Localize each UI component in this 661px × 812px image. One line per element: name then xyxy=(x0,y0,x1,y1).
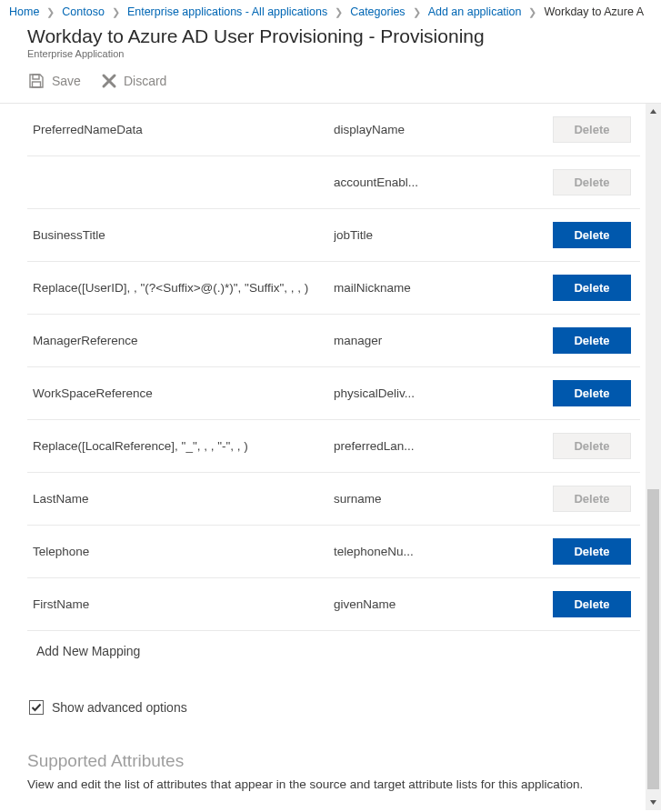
chevron-icon: ❯ xyxy=(106,6,125,18)
delete-button: Delete xyxy=(553,169,631,195)
table-row[interactable]: BusinessTitlejobTitleDelete xyxy=(27,209,640,262)
delete-button[interactable]: Delete xyxy=(553,591,631,617)
scrollbar-thumb[interactable] xyxy=(647,489,659,789)
close-icon xyxy=(101,73,117,89)
scrollbar[interactable] xyxy=(646,104,661,810)
mapping-target: accountEnabl... xyxy=(334,156,493,209)
add-new-mapping-link[interactable]: Add New Mapping xyxy=(27,631,640,675)
mapping-action-cell: Delete xyxy=(493,367,640,420)
mapping-action-cell: Delete xyxy=(493,156,640,209)
mapping-source xyxy=(27,156,334,209)
mapping-target: givenName xyxy=(334,578,493,631)
page-subtitle: Enterprise Application xyxy=(27,48,634,59)
show-advanced-row: Show advanced options xyxy=(27,675,640,724)
mapping-action-cell: Delete xyxy=(493,420,640,473)
chevron-icon: ❯ xyxy=(523,6,542,18)
page-header: Workday to Azure AD User Provisioning - … xyxy=(0,22,661,59)
breadcrumb-item[interactable]: Enterprise applications - All applicatio… xyxy=(125,5,329,18)
chevron-icon: ❯ xyxy=(407,6,426,18)
supported-attributes-desc: View and edit the list of attributes tha… xyxy=(27,771,591,793)
mapping-source: ManagerReference xyxy=(27,315,334,367)
show-advanced-label: Show advanced options xyxy=(52,700,187,715)
mapping-source: FirstName xyxy=(27,578,334,631)
mapping-action-cell: Delete xyxy=(493,315,640,367)
delete-button[interactable]: Delete xyxy=(553,538,631,565)
mapping-target: surname xyxy=(334,473,493,526)
attribute-list-links: Edit attribute list for Azure Active Dir… xyxy=(27,793,640,810)
content-pane: PreferredNameDatadisplayNameDeleteaccoun… xyxy=(0,103,661,810)
mapping-source: Replace([LocalReference], "_", , , "-", … xyxy=(27,420,334,473)
delete-button[interactable]: Delete xyxy=(553,380,631,406)
table-row[interactable]: LastNamesurnameDelete xyxy=(27,473,640,526)
delete-button[interactable]: Delete xyxy=(553,275,631,301)
table-row[interactable]: WorkSpaceReferencephysicalDeliv...Delete xyxy=(27,367,640,420)
chevron-icon: ❯ xyxy=(329,6,348,18)
toolbar: Save Discard xyxy=(0,59,661,99)
mapping-source: WorkSpaceReference xyxy=(27,367,334,420)
check-icon xyxy=(31,702,42,713)
breadcrumb-item[interactable]: Add an application xyxy=(426,5,524,18)
svg-marker-4 xyxy=(650,109,656,114)
table-row[interactable]: TelephonetelephoneNu...Delete xyxy=(27,526,640,578)
mapping-action-cell: Delete xyxy=(493,104,640,156)
supported-attributes-title: Supported Attributes xyxy=(27,724,640,771)
mapping-source: LastName xyxy=(27,473,334,526)
scroll-down-arrow-icon[interactable] xyxy=(646,795,661,810)
table-row[interactable]: PreferredNameDatadisplayNameDelete xyxy=(27,104,640,156)
svg-rect-1 xyxy=(33,82,41,87)
table-row[interactable]: FirstNamegivenNameDelete xyxy=(27,578,640,631)
page-title: Workday to Azure AD User Provisioning - … xyxy=(27,25,634,47)
breadcrumb-item[interactable]: Home xyxy=(7,5,41,18)
breadcrumb-item[interactable]: Contoso xyxy=(60,5,106,18)
table-row[interactable]: accountEnabl...Delete xyxy=(27,156,640,209)
mapping-action-cell: Delete xyxy=(493,473,640,526)
chevron-icon: ❯ xyxy=(41,6,60,18)
delete-button[interactable]: Delete xyxy=(553,222,631,248)
mapping-source: Replace([UserID], , "(?<Suffix>@(.)*)", … xyxy=(27,262,334,315)
mapping-source: BusinessTitle xyxy=(27,209,334,262)
mapping-source: Telephone xyxy=(27,526,334,578)
breadcrumb: Home ❯ Contoso ❯ Enterprise applications… xyxy=(0,0,661,22)
table-row[interactable]: Replace([UserID], , "(?<Suffix>@(.)*)", … xyxy=(27,262,640,315)
discard-button[interactable]: Discard xyxy=(101,73,166,89)
save-label: Save xyxy=(52,74,81,88)
mapping-target: displayName xyxy=(334,104,493,156)
mapping-action-cell: Delete xyxy=(493,262,640,315)
breadcrumb-current: Workday to Azure A xyxy=(542,5,646,18)
mapping-target: telephoneNu... xyxy=(334,526,493,578)
mapping-target: physicalDeliv... xyxy=(334,367,493,420)
mapping-target: preferredLan... xyxy=(334,420,493,473)
breadcrumb-item[interactable]: Categories xyxy=(348,5,406,18)
table-row[interactable]: ManagerReferencemanagerDelete xyxy=(27,315,640,367)
mapping-target: mailNickname xyxy=(334,262,493,315)
attribute-mappings-table: PreferredNameDatadisplayNameDeleteaccoun… xyxy=(27,104,640,631)
delete-button: Delete xyxy=(553,486,631,512)
delete-button: Delete xyxy=(553,433,631,459)
save-icon xyxy=(27,72,45,90)
delete-button[interactable]: Delete xyxy=(553,327,631,354)
mapping-target: manager xyxy=(334,315,493,367)
table-row[interactable]: Replace([LocalReference], "_", , , "-", … xyxy=(27,420,640,473)
mapping-action-cell: Delete xyxy=(493,526,640,578)
mapping-action-cell: Delete xyxy=(493,209,640,262)
save-button[interactable]: Save xyxy=(27,72,81,90)
mapping-action-cell: Delete xyxy=(493,578,640,631)
delete-button: Delete xyxy=(553,116,631,143)
show-advanced-checkbox[interactable] xyxy=(29,700,44,715)
svg-rect-0 xyxy=(33,75,39,79)
content-scroll: PreferredNameDatadisplayNameDeleteaccoun… xyxy=(0,104,646,810)
mapping-target: jobTitle xyxy=(334,209,493,262)
mapping-source: PreferredNameData xyxy=(27,104,334,156)
scroll-up-arrow-icon[interactable] xyxy=(646,104,661,119)
svg-marker-5 xyxy=(650,800,656,805)
discard-label: Discard xyxy=(124,74,166,88)
